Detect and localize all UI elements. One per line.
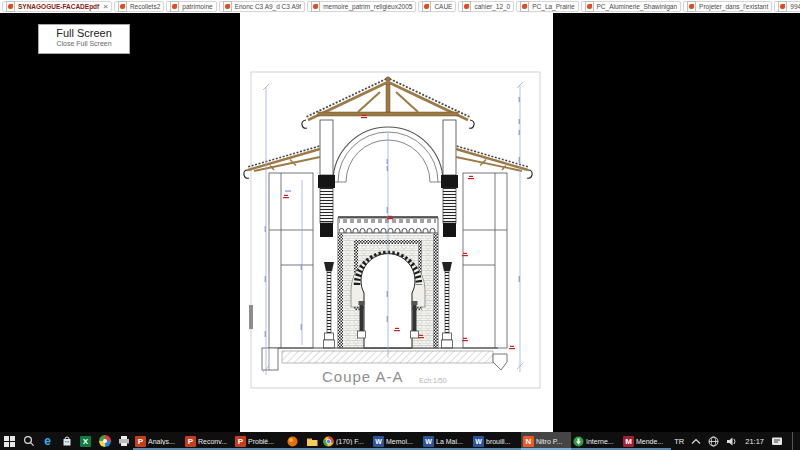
- taskbar-app-word-brouill[interactable]: W brouill...: [471, 432, 521, 450]
- excel-button[interactable]: X: [76, 432, 95, 450]
- pdf-file-icon: [585, 1, 594, 12]
- clock[interactable]: 21:17: [745, 437, 764, 446]
- powerpoint-icon: P: [235, 436, 246, 447]
- close-fullscreen-label[interactable]: Close Full Screen: [39, 40, 129, 47]
- start-button[interactable]: [0, 432, 19, 450]
- tab-pc-aluminerie-shawinigan[interactable]: PC_Aluminerie_Shawinigan: [581, 1, 682, 12]
- tab-bar: SYNAGOGUE-FACADEpdf × Recollets2 patrimo…: [0, 0, 800, 13]
- download-manager-icon: [573, 436, 584, 447]
- tab-memoire-patrim-religieux[interactable]: memoire_patrim_religieux2005: [307, 1, 416, 12]
- tab-label: SYNAGOGUE-FACADEpdf: [18, 3, 99, 10]
- taskbar-app-label: Mende...: [636, 438, 663, 445]
- pdf-file-icon: [778, 1, 787, 12]
- taskbar-app-firefox[interactable]: [283, 432, 302, 450]
- close-fullscreen-button[interactable]: Full Screen Close Full Screen: [38, 24, 130, 54]
- fullscreen-canvas: Full Screen Close Full Screen: [0, 13, 800, 432]
- drawing-title: Coupe A-A: [322, 368, 404, 385]
- tab-synagogue-facade[interactable]: SYNAGOGUE-FACADEpdf ×: [2, 1, 112, 12]
- tab-recollets2[interactable]: Recollets2: [114, 1, 164, 12]
- tab-label: PC_Aluminerie_Shawinigan: [597, 3, 678, 10]
- taskbar-app-file-explorer[interactable]: [302, 432, 321, 450]
- tab-patrimoine[interactable]: patrimoine: [166, 1, 216, 12]
- pdf-file-icon: [687, 1, 696, 12]
- search-button[interactable]: [19, 432, 38, 450]
- tab-enonce-def[interactable]: Enonc C3 A9_d C3 A9f: [219, 1, 306, 12]
- folder-icon: [306, 436, 318, 447]
- pdf-file-icon: [170, 1, 179, 12]
- word-icon: W: [473, 436, 484, 447]
- taskbar-app-word-memoi[interactable]: W Memoi...: [371, 432, 421, 450]
- taskbar-app-powerpoint-analys[interactable]: P Analys...: [133, 432, 183, 450]
- excel-icon: X: [80, 436, 91, 447]
- nitro-pdf-icon: N: [523, 436, 534, 447]
- taskbar-app-mendeley[interactable]: M Mende...: [621, 432, 671, 450]
- firefox-icon: [287, 436, 298, 447]
- network-icon[interactable]: [708, 436, 719, 447]
- pdf-file-icon: [422, 1, 431, 12]
- search-icon: [23, 435, 35, 447]
- taskbar-app-nitro-pdf[interactable]: N Nitro P...: [521, 432, 571, 450]
- printer-button[interactable]: [114, 432, 133, 450]
- pdf-page[interactable]: Coupe A-A Ech:1/50: [240, 13, 553, 432]
- tab-pc-la-prairie[interactable]: PC_La_Prairie: [516, 1, 578, 12]
- powerpoint-icon: P: [185, 436, 196, 447]
- taskbar-app-label: brouill...: [486, 438, 511, 445]
- pdf-file-icon: [118, 1, 127, 12]
- fullscreen-title: Full Screen: [39, 27, 129, 39]
- taskbar-app-label: (170) F...: [336, 438, 364, 445]
- tab-994001713[interactable]: 994001713: [774, 1, 800, 12]
- taskbar-app-powerpoint-proble[interactable]: P Problé...: [233, 432, 283, 450]
- ground-hatch: [262, 348, 507, 370]
- taskbar: e X P Analys... P Reconv... P Problé...: [0, 432, 800, 450]
- taskbar-app-powerpoint-reconv[interactable]: P Reconv...: [183, 432, 233, 450]
- taskbar-app-label: Analys...: [148, 438, 175, 445]
- pdf-file-icon: [520, 1, 529, 12]
- printer-icon: [118, 435, 130, 447]
- windows-logo-icon: [4, 436, 15, 447]
- tab-label: PC_La_Prairie: [532, 3, 574, 10]
- system-tray: TR 21:17: [674, 432, 800, 450]
- taskbar-app-internet-download-manager[interactable]: Interne...: [571, 432, 621, 450]
- volume-icon[interactable]: [726, 436, 738, 447]
- tab-label: memoire_patrim_religieux2005: [323, 3, 412, 10]
- tab-label: 994001713: [790, 3, 800, 10]
- pdf-file-icon: [462, 1, 471, 12]
- action-center-icon[interactable]: [771, 436, 783, 447]
- tab-label: cahier_12_0: [474, 3, 510, 10]
- paint-app-button[interactable]: [95, 432, 114, 450]
- store-bag-icon: [61, 435, 73, 447]
- taskbar-app-label: La Mai...: [436, 438, 463, 445]
- tab-caue[interactable]: CAUE: [418, 1, 456, 12]
- pdf-file-icon: [223, 1, 232, 12]
- show-hidden-icons-chevron[interactable]: [691, 438, 701, 445]
- taskbar-app-label: Problé...: [248, 438, 274, 445]
- pdf-file-icon: [6, 1, 15, 12]
- show-desktop-button[interactable]: [792, 432, 797, 450]
- taskbar-app-label: Reconv...: [198, 438, 227, 445]
- tab-projeter-dans-lexistant[interactable]: Projeter_dans_l'existant: [683, 1, 772, 12]
- mendeley-icon: M: [623, 436, 634, 447]
- edge-icon: e: [44, 435, 51, 447]
- tab-label: Enonc C3 A9_d C3 A9f: [235, 3, 302, 10]
- drawing-scale: Ech:1/50: [419, 377, 447, 384]
- powerpoint-icon: P: [135, 436, 146, 447]
- tab-label: CAUE: [434, 3, 452, 10]
- tab-label: Recollets2: [130, 3, 160, 10]
- tab-close-icon[interactable]: ×: [103, 3, 108, 11]
- word-icon: W: [373, 436, 384, 447]
- store-button[interactable]: [57, 432, 76, 450]
- taskbar-app-label: Interne...: [586, 438, 614, 445]
- scrollbar-thumb[interactable]: [249, 305, 253, 329]
- paint-palette-icon: [99, 435, 111, 447]
- taskbar-app-word-la-mai[interactable]: W La Mai...: [421, 432, 471, 450]
- edge-button[interactable]: e: [38, 432, 57, 450]
- taskbar-app-label: Nitro P...: [536, 438, 562, 445]
- language-indicator[interactable]: TR: [674, 437, 684, 446]
- chrome-icon: [323, 436, 334, 447]
- tab-cahier-12-0[interactable]: cahier_12_0: [458, 1, 514, 12]
- tab-label: Projeter_dans_l'existant: [699, 3, 768, 10]
- taskbar-app-chrome[interactable]: (170) F...: [321, 432, 371, 450]
- word-icon: W: [423, 436, 434, 447]
- taskbar-app-label: Memoi...: [386, 438, 413, 445]
- tab-label: patrimoine: [182, 3, 212, 10]
